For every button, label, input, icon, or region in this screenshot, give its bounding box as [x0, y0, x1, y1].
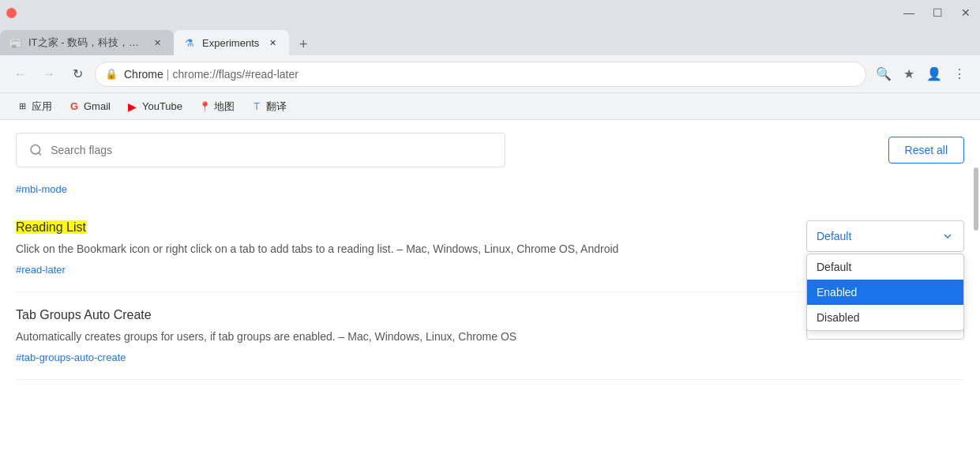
close-dot[interactable] — [6, 8, 17, 18]
tab-close-1[interactable]: ✕ — [150, 36, 164, 50]
zoom-button[interactable]: 🔍 — [873, 63, 895, 85]
flags-list: #mbi-mode Reading List Click on the Book… — [0, 177, 980, 466]
forward-button[interactable]: → — [38, 63, 60, 85]
flag-info-tab-groups: Tab Groups Auto Create Automatically cre… — [16, 308, 806, 363]
toolbar: ← → ↻ 🔒 Chrome | chrome://flags/#read-la… — [0, 55, 980, 93]
address-path: chrome://flags/#read-later — [172, 68, 299, 81]
bookmark-translate-label: 翻译 — [266, 100, 287, 114]
flag-title-read-later: Reading List — [16, 220, 775, 235]
search-flags-input[interactable] — [51, 144, 492, 156]
address-domain: Chrome — [124, 68, 163, 81]
flag-title-highlight: Reading List — [16, 220, 86, 234]
mbi-mode-anchor[interactable]: #mbi-mode — [16, 177, 964, 205]
chevron-down-icon — [941, 230, 954, 242]
tab-title-1: IT之家 - 数码，科技，生活 - 软... — [28, 36, 144, 50]
profile-button[interactable]: 👤 — [923, 63, 945, 85]
address-separator: | — [167, 68, 170, 81]
bookmarks-bar: ⊞ 应用 G Gmail ▶ YouTube 📍 地图 T 翻译 — [0, 93, 980, 120]
address-bar[interactable]: 🔒 Chrome | chrome://flags/#read-later — [95, 62, 866, 87]
flag-anchor-tab-groups[interactable]: #tab-groups-auto-create — [16, 351, 775, 363]
bookmark-button[interactable]: ★ — [898, 63, 920, 85]
flag-info-read-later: Reading List Click on the Bookmark icon … — [16, 220, 806, 276]
bookmark-maps[interactable]: 📍 地图 — [192, 96, 241, 117]
bookmark-apps[interactable]: ⊞ 应用 — [9, 96, 58, 117]
new-tab-button[interactable]: + — [292, 33, 314, 55]
bookmark-maps-label: 地图 — [214, 100, 235, 114]
maximize-button[interactable]: ☐ — [929, 5, 945, 21]
youtube-icon: ▶ — [126, 100, 139, 113]
lock-icon: 🔒 — [105, 68, 118, 80]
flag-item-read-later: Reading List Click on the Bookmark icon … — [16, 205, 964, 292]
bookmark-gmail[interactable]: G Gmail — [62, 97, 117, 116]
search-icon — [29, 143, 43, 157]
flag-control-read-later: Default Default Enabled Disabled — [806, 220, 964, 252]
flag-anchor-read-later[interactable]: #read-later — [16, 264, 775, 276]
dropdown-button-read-later[interactable]: Default — [806, 220, 964, 252]
apps-icon: ⊞ — [16, 100, 28, 113]
window-controls: — ☐ ✕ — [901, 5, 974, 21]
bookmark-translate[interactable]: T 翻译 — [244, 96, 293, 117]
tab-it-home[interactable]: 📰 IT之家 - 数码，科技，生活 - 软... ✕ — [0, 30, 174, 55]
tab-title-2: Experiments — [202, 37, 259, 49]
search-box — [16, 133, 505, 167]
titlebar: — ☐ ✕ — [0, 0, 980, 25]
dropdown-option-enabled[interactable]: Enabled — [807, 280, 963, 305]
svg-line-1 — [39, 152, 41, 155]
tab-close-2[interactable]: ✕ — [265, 36, 280, 50]
back-button[interactable]: ← — [9, 63, 32, 85]
menu-button[interactable]: ⋮ — [948, 63, 971, 85]
mbi-mode-link[interactable]: #mbi-mode — [16, 183, 67, 195]
tab-favicon-2: ⚗ — [183, 36, 196, 49]
tab-favicon-1: 📰 — [9, 36, 22, 49]
minimize-button[interactable]: — — [901, 5, 917, 21]
flags-header: Reset all — [0, 120, 980, 177]
reload-button[interactable]: ↻ — [66, 63, 88, 85]
translate-icon: T — [250, 100, 263, 113]
bookmark-apps-label: 应用 — [32, 100, 52, 114]
tab-experiments[interactable]: ⚗ Experiments ✕ — [174, 30, 289, 55]
dropdown-current-read-later: Default — [817, 230, 851, 242]
tabbar: 📰 IT之家 - 数码，科技，生活 - 软... ✕ ⚗ Experiments… — [0, 25, 980, 55]
dropdown-option-disabled[interactable]: Disabled — [807, 305, 963, 330]
bookmark-youtube-label: YouTube — [142, 100, 182, 112]
close-button[interactable]: ✕ — [958, 5, 974, 21]
toolbar-actions: 🔍 ★ 👤 ⋮ — [873, 63, 971, 85]
maps-icon: 📍 — [198, 100, 211, 113]
dropdown-option-default[interactable]: Default — [807, 254, 963, 280]
dropdown-menu-read-later: Default Enabled Disabled — [806, 254, 964, 331]
svg-point-0 — [31, 145, 39, 154]
main-content: Reset all #mbi-mode Reading List Click o… — [0, 120, 980, 466]
address-text: Chrome | chrome://flags/#read-later — [124, 68, 856, 81]
flag-desc-read-later: Click on the Bookmark icon or right clic… — [16, 241, 775, 257]
reset-all-button[interactable]: Reset all — [888, 137, 964, 163]
traffic-lights — [6, 8, 17, 18]
flag-desc-tab-groups: Automatically creates groups for users, … — [16, 329, 775, 345]
gmail-icon: G — [68, 100, 81, 113]
bookmark-gmail-label: Gmail — [84, 100, 111, 112]
bookmark-youtube[interactable]: ▶ YouTube — [120, 97, 189, 116]
titlebar-left — [6, 8, 17, 18]
flag-title-tab-groups: Tab Groups Auto Create — [16, 308, 775, 322]
scrollbar-thumb[interactable] — [974, 167, 978, 231]
